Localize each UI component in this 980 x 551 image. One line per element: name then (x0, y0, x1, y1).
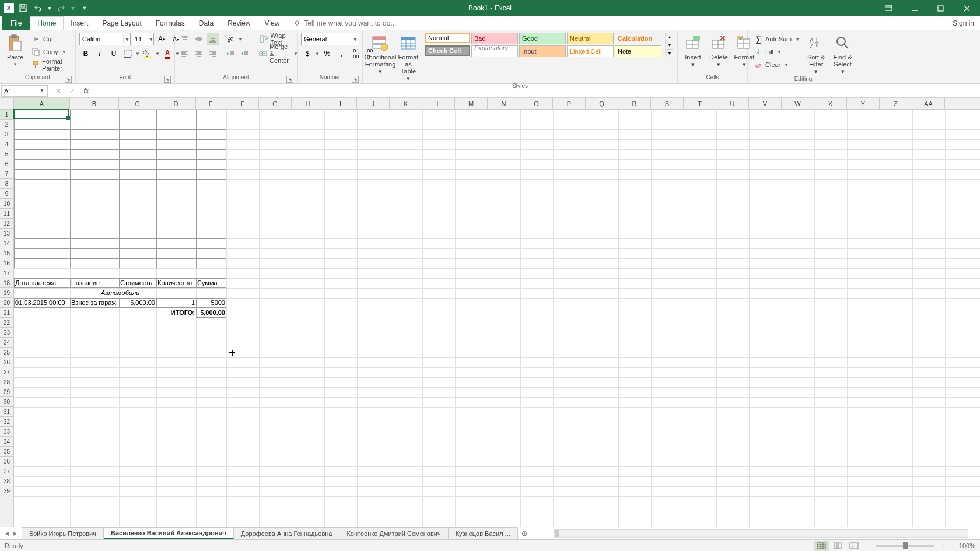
row-header-35[interactable]: 35 (0, 447, 13, 457)
tab-insert[interactable]: Insert (64, 16, 95, 30)
cell-D18[interactable]: Количество (156, 278, 196, 288)
underline-button[interactable]: U (107, 47, 120, 60)
chevron-down-icon[interactable]: ▾ (37, 86, 46, 96)
sheet-nav-next[interactable]: ▶ (13, 530, 18, 536)
sheet-tab-2[interactable]: Дорофеева Анна Геннадьевна (234, 527, 340, 539)
clear-button[interactable]: Clear▼ (751, 58, 802, 71)
select-all-triangle[interactable] (0, 98, 14, 110)
column-header-V[interactable]: V (749, 98, 782, 109)
row-header-23[interactable]: 23 (0, 328, 13, 338)
ribbon-display-icon[interactable] (875, 0, 901, 16)
cell-C18[interactable]: Стоимость (119, 278, 156, 288)
increase-decimal-button[interactable]: .0.00 (349, 47, 362, 60)
redo-dropdown[interactable]: ▾ (70, 2, 76, 15)
orientation-button[interactable]: ab (224, 33, 237, 45)
column-header-T[interactable]: T (684, 98, 716, 109)
column-header-G[interactable]: G (259, 98, 292, 109)
cell-D21[interactable]: ИТОГО: (156, 308, 196, 318)
column-header-Q[interactable]: Q (586, 98, 618, 109)
clipboard-launcher[interactable]: ⬊ (65, 76, 72, 83)
style-scroll-up[interactable]: ▴ (666, 33, 674, 41)
redo-button[interactable] (55, 2, 68, 15)
row-header-31[interactable]: 31 (0, 407, 13, 417)
sheet-tab-3[interactable]: Контеенко Дмитрий Семенович (340, 527, 448, 539)
row-header-22[interactable]: 22 (0, 318, 13, 328)
row-header-20[interactable]: 20 (0, 298, 13, 308)
cell-C20[interactable]: 5,000.00 (119, 298, 156, 308)
insert-function-button[interactable]: fx (79, 85, 93, 97)
copy-button[interactable]: Copy▼ (29, 45, 72, 58)
row-header-27[interactable]: 27 (0, 367, 13, 377)
row-header-11[interactable]: 11 (0, 209, 13, 219)
style-scroll-down[interactable]: ▾ (666, 41, 674, 49)
cell-D20[interactable]: 1 (156, 298, 196, 308)
column-header-J[interactable]: J (357, 98, 390, 109)
row-header-39[interactable]: 39 (0, 486, 13, 496)
decrease-indent-button[interactable] (224, 47, 237, 60)
accounting-format-button[interactable]: $ (301, 47, 314, 60)
style-calculation[interactable]: Calculation (615, 33, 662, 44)
cancel-formula-button[interactable]: ✕ (51, 85, 65, 97)
format-painter-button[interactable]: Format Painter (29, 58, 72, 71)
normal-view-button[interactable] (814, 541, 829, 551)
chevron-down-icon[interactable]: ▾ (148, 35, 153, 43)
column-header-P[interactable]: P (553, 98, 586, 109)
column-header-U[interactable]: U (716, 98, 749, 109)
alignment-launcher[interactable]: ⬊ (286, 76, 293, 83)
row-header-14[interactable]: 14 (0, 238, 13, 248)
zoom-slider[interactable] (876, 545, 935, 547)
row-header-36[interactable]: 36 (0, 457, 13, 466)
name-box-input[interactable] (2, 86, 37, 96)
row-header-8[interactable]: 8 (0, 179, 13, 189)
font-launcher[interactable]: ⬊ (164, 76, 171, 83)
row-header-2[interactable]: 2 (0, 120, 13, 129)
row-header-18[interactable]: 18 (0, 278, 13, 288)
fill-color-button[interactable] (141, 47, 154, 60)
fill-button[interactable]: Fill▼ (751, 45, 802, 58)
number-format-combo[interactable]: ▾ (301, 33, 359, 45)
row-header-21[interactable]: 21 (0, 308, 13, 318)
column-header-K[interactable]: K (390, 98, 422, 109)
row-header-37[interactable]: 37 (0, 466, 13, 476)
style-neutral[interactable]: Neutral (567, 33, 614, 44)
row-header-17[interactable]: 17 (0, 268, 13, 278)
column-header-Z[interactable]: Z (880, 98, 912, 109)
cell-A20[interactable]: 01.03.2015 00:00 (14, 298, 70, 308)
style-normal[interactable]: Normal (425, 33, 470, 43)
paste-button[interactable]: Paste ▼ (4, 33, 27, 68)
tab-view[interactable]: View (258, 16, 287, 30)
align-top-button[interactable] (178, 33, 191, 45)
tab-file[interactable]: File (2, 16, 30, 30)
align-left-button[interactable] (178, 47, 191, 60)
row-header-33[interactable]: 33 (0, 427, 13, 437)
column-header-M[interactable]: M (455, 98, 488, 109)
row-header-26[interactable]: 26 (0, 357, 13, 367)
row-header-5[interactable]: 5 (0, 149, 13, 159)
sort-filter-button[interactable]: AZSort & Filter ▾ (804, 33, 828, 76)
row-header-25[interactable]: 25 (0, 348, 13, 357)
chevron-down-icon[interactable]: ▾ (123, 35, 130, 43)
cell-E21[interactable]: 5,000.00 (196, 308, 226, 318)
row-header-13[interactable]: 13 (0, 229, 13, 238)
row-header-29[interactable]: 29 (0, 387, 13, 397)
row-header-9[interactable]: 9 (0, 189, 13, 199)
align-right-button[interactable] (206, 47, 219, 60)
cell-A19[interactable]: Автомобиль (14, 288, 226, 298)
format-as-table-button[interactable]: Format as Table ▾ (397, 33, 420, 83)
style-note[interactable]: Note (615, 45, 662, 57)
style-input[interactable]: Input (519, 45, 566, 57)
row-header-3[interactable]: 3 (0, 129, 13, 139)
column-header-S[interactable]: S (651, 98, 684, 109)
column-header-C[interactable]: C (119, 98, 156, 109)
row-header-38[interactable]: 38 (0, 476, 13, 486)
page-break-view-button[interactable] (846, 541, 862, 551)
row-header-30[interactable]: 30 (0, 397, 13, 407)
save-icon[interactable] (16, 2, 29, 15)
row-header-24[interactable]: 24 (0, 338, 13, 348)
column-header-I[interactable]: I (324, 98, 357, 109)
row-header-19[interactable]: 19 (0, 288, 13, 298)
number-launcher[interactable]: ⬊ (352, 76, 359, 83)
row-header-34[interactable]: 34 (0, 437, 13, 447)
name-box[interactable]: ▾ (1, 85, 48, 97)
spreadsheet-grid[interactable]: ABCDEFGHIJKLMNOPQRSTUVWXYZAA 12345678910… (0, 98, 980, 527)
